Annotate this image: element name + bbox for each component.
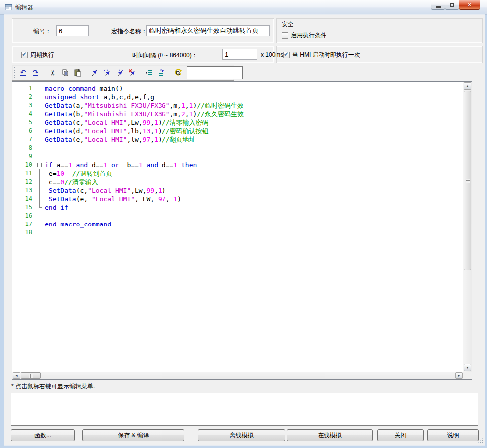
token-pl: (d, — [72, 127, 84, 135]
token-pl: a== — [53, 161, 68, 169]
help-button[interactable]: 说明 — [427, 429, 479, 441]
number-label: 编号： — [33, 27, 51, 36]
fold-margin — [35, 212, 45, 220]
undo-button[interactable]: ↶ — [17, 67, 29, 79]
token-pl: ) — [158, 119, 162, 126]
token-pl: ,Lw, — [131, 187, 146, 194]
functions-button[interactable]: 函数... — [11, 429, 75, 441]
redo-button[interactable]: ↷ — [29, 67, 42, 79]
code-line[interactable]: 8 — [12, 144, 463, 152]
bookmark-toggle-button[interactable] — [88, 67, 101, 79]
code-line[interactable]: 7GetData(e,"Local HMI",lw,97,1)//翻页地址 — [12, 135, 463, 144]
toolbar-search-input[interactable] — [187, 66, 243, 79]
paste-button[interactable] — [71, 67, 84, 79]
code-line[interactable]: 6GetData(d,"Local HMI",lb,13,1)//密码确认按钮 — [12, 127, 463, 135]
format-outdent-button[interactable] — [155, 67, 167, 79]
number-input[interactable] — [56, 25, 89, 36]
token-nu: 2 — [181, 110, 185, 118]
line-number: 7 — [12, 135, 35, 144]
token-pl: (c, — [76, 187, 88, 194]
token-kw: GetData — [45, 136, 72, 143]
horizontal-scrollbar[interactable]: ◄ ► — [12, 372, 463, 379]
title-bar[interactable]: 编辑器 ✕ — [0, 0, 487, 15]
fold-margin — [35, 220, 45, 228]
token-pl: ) — [158, 127, 162, 135]
token-pl: ,lw, — [127, 136, 142, 143]
bookmark-clear-button[interactable] — [126, 67, 138, 79]
code-view[interactable]: 1macro_command main()2unsigned short a,b… — [12, 82, 463, 372]
code-line[interactable]: 12 c==0//清零输入 — [12, 178, 463, 186]
format-indent-button[interactable] — [143, 67, 155, 79]
scroll-left-button[interactable]: ◄ — [13, 372, 20, 379]
periodic-checkbox[interactable]: 周期执行 — [21, 51, 54, 59]
compile-message-box[interactable] — [11, 393, 478, 426]
token-cm: //临时密码生效 — [197, 102, 244, 109]
line-number: 4 — [12, 110, 35, 118]
token-pl: b== — [119, 161, 139, 169]
line-number: 1 — [12, 84, 35, 93]
code-text: unsigned short a,b,c,d,e,f,g — [45, 93, 154, 101]
code-line[interactable]: 16 — [12, 212, 463, 220]
scroll-up-button[interactable]: ▲ — [464, 82, 471, 90]
code-line[interactable]: 18 — [12, 228, 463, 237]
fold-margin — [35, 144, 45, 152]
horizontal-scroll-thumb[interactable] — [21, 372, 41, 379]
code-line[interactable]: 17end macro_command — [12, 220, 463, 228]
token-st: "Local HMI" — [84, 136, 127, 143]
bookmark-toggle-icon — [90, 69, 99, 77]
minimize-icon — [436, 6, 441, 8]
macro-name-input[interactable] — [146, 25, 270, 36]
code-text: end if — [45, 203, 68, 212]
copy-button[interactable] — [59, 67, 71, 79]
thumb-grip-icon — [29, 374, 33, 378]
scroll-right-button[interactable]: ► — [455, 372, 463, 379]
close-button[interactable]: 关闭 — [377, 429, 424, 441]
save-compile-button[interactable]: 保存 & 编译 — [82, 429, 184, 441]
scroll-down-button[interactable]: ▼ — [464, 364, 471, 371]
code-line[interactable]: 5GetData(c,"Local HMI",Lw,99,1)//清零输入密码 — [12, 118, 463, 127]
code-line[interactable]: 9 — [12, 152, 463, 161]
online-simulation-button[interactable]: 在线模拟 — [287, 429, 373, 441]
token-pl: ) — [158, 136, 162, 143]
vertical-scroll-thumb[interactable] — [464, 91, 471, 270]
run-on-hmi-start-checkbox[interactable]: 当 HMI 启动时即执行一次 — [283, 51, 360, 59]
code-line[interactable]: 11 e=10 //调转到首页 — [12, 169, 463, 178]
fold-marker-start[interactable]: - — [35, 161, 45, 169]
bookmark-next-button[interactable] — [101, 67, 113, 79]
code-line[interactable]: 3GetData(a,"Mitsubishi FX3U/FX3G",m,1,1)… — [12, 101, 463, 110]
vertical-scrollbar[interactable]: ▲ ▼ — [463, 82, 472, 372]
close-window-button[interactable]: ✕ — [459, 0, 480, 10]
line-number: 15 — [12, 203, 35, 212]
find-next-button[interactable] — [172, 67, 184, 79]
code-line[interactable]: 13 SetData(c,"Local HMI",Lw,99,1) — [12, 186, 463, 195]
code-line[interactable]: 15end if — [12, 203, 463, 212]
code-text: e=10 //调转到首页 — [45, 169, 112, 178]
code-editor[interactable]: 1macro_command main()2unsigned short a,b… — [12, 81, 472, 380]
code-line[interactable]: 1macro_command main() — [12, 84, 463, 93]
resize-grip[interactable] — [478, 438, 483, 443]
code-line[interactable]: 2unsigned short a,b,c,d,e,f,g — [12, 93, 463, 101]
code-text: GetData(a,"Mitsubishi FX3U/FX3G",m,1,1)/… — [45, 101, 244, 110]
enable-condition-checkbox[interactable]: 启用执行条件 — [282, 31, 326, 40]
token-kw: and — [143, 161, 158, 169]
token-pl: d== — [158, 161, 173, 169]
code-line[interactable]: 14 SetData(e, "Local HMI", LW, 97, 1) — [12, 195, 463, 203]
code-line[interactable]: 10-if a==1 and d==1 or b==1 and d==1 the… — [12, 161, 463, 169]
maximize-button[interactable] — [445, 0, 459, 10]
code-line[interactable]: 4GetData(b,"Mitsubishi FX3U/FX3G",m,2,1)… — [12, 110, 463, 118]
fold-marker-mid — [35, 186, 45, 195]
token-kw: end if — [45, 204, 68, 211]
offline-simulation-button[interactable]: 离线模拟 — [198, 429, 285, 441]
redo-icon: ↷ — [31, 69, 40, 77]
bookmark-prev-button[interactable] — [113, 67, 126, 79]
toolbar-grip[interactable] — [14, 67, 15, 78]
fold-margin — [35, 228, 45, 237]
token-pl: ) — [162, 187, 166, 194]
interval-input[interactable] — [222, 49, 257, 60]
arrow-left-icon: ◄ — [15, 374, 18, 377]
cut-button[interactable]: ✂ — [46, 67, 59, 79]
token-kw: SetData — [49, 195, 76, 203]
fold-margin — [35, 84, 45, 93]
minimize-button[interactable] — [431, 0, 445, 10]
token-pl: ,m, — [169, 110, 181, 118]
